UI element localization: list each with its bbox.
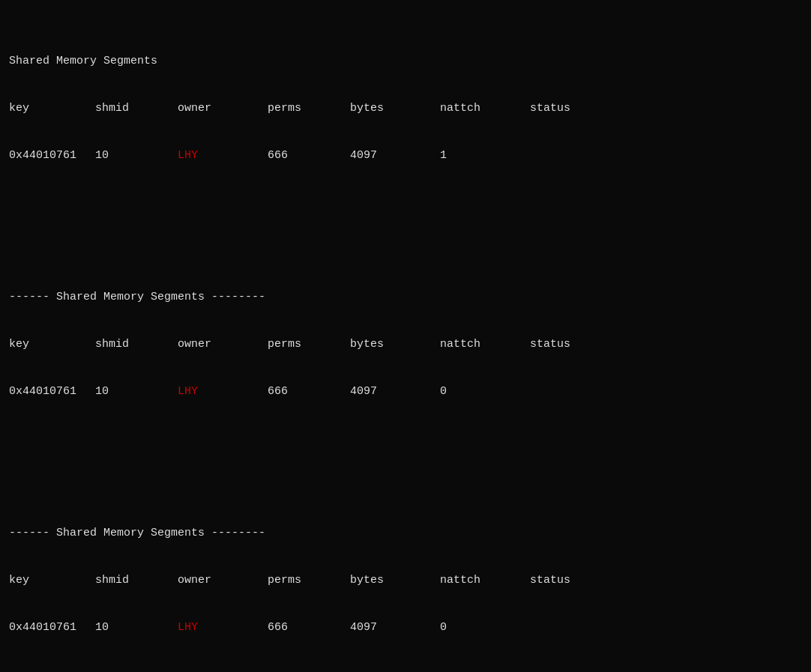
data-row-2: 0x4401076110LHY66640970	[9, 620, 802, 635]
terminal-output: Shared Memory Segments keyshmidownerperm…	[9, 6, 802, 672]
col-nattch-label: nattch	[440, 100, 530, 116]
col-shmid-label: shmid	[95, 100, 178, 116]
col-header-0: keyshmidownerpermsbytesnattchstatus	[9, 100, 802, 116]
data-row-1: 0x4401076110LHY66640970	[9, 384, 802, 399]
shmid-val-0: 10	[95, 148, 178, 163]
col-perms-label: perms	[268, 100, 350, 116]
col-bytes-label: bytes	[350, 100, 440, 116]
owner-val-0: LHY	[178, 148, 268, 163]
nattch-val-0: 1	[440, 148, 530, 163]
perms-val-0: 666	[268, 148, 350, 163]
blank-0	[9, 211, 802, 226]
partial-header-0: Shared Memory Segments	[9, 53, 802, 69]
col-status-label: status	[530, 100, 620, 116]
blank-1	[9, 447, 802, 462]
key-val-0: 0x44010761	[9, 148, 95, 163]
col-key-label: key	[9, 100, 95, 116]
bytes-val-0: 4097	[350, 148, 440, 163]
col-header-1: keyshmidownerpermsbytesnattchstatus	[9, 336, 802, 352]
data-row-0: 0x4401076110LHY66640971	[9, 148, 802, 163]
col-header-2: keyshmidownerpermsbytesnattchstatus	[9, 572, 802, 588]
col-owner-label: owner	[178, 100, 268, 116]
seg-header-1: ------ Shared Memory Segments --------	[9, 289, 802, 305]
seg-header-2: ------ Shared Memory Segments --------	[9, 525, 802, 541]
